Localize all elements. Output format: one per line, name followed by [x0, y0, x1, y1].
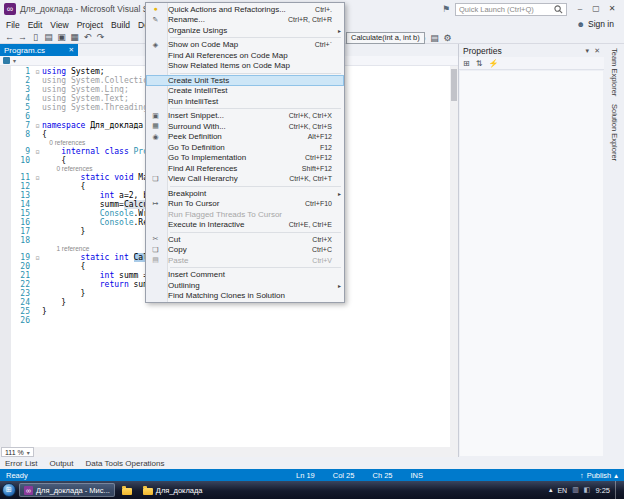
- show-desktop-button[interactable]: [615, 481, 619, 499]
- bottom-tab-data-tools-operations[interactable]: Data Tools Operations: [85, 459, 164, 468]
- menu-edit[interactable]: Edit: [24, 20, 47, 30]
- clock[interactable]: 9:25: [595, 486, 610, 495]
- context-menu-item-go-to-definition[interactable]: Go To DefinitionF12: [146, 142, 344, 153]
- line-number: 19: [11, 253, 33, 262]
- menu-item-label: Insert Snippet...: [165, 111, 224, 120]
- editor-vertical-scrollbar[interactable]: [450, 66, 458, 447]
- fold-column: [33, 218, 42, 227]
- bottom-tab-error-list[interactable]: Error List: [5, 459, 37, 468]
- forward-icon[interactable]: →: [16, 32, 29, 42]
- context-menu-item-find-matching-clones-in-solution[interactable]: Find Matching Clones in Solution: [146, 291, 344, 302]
- fold-toggle-icon[interactable]: ⊟: [33, 173, 42, 182]
- fold-column: [33, 209, 42, 218]
- chevron-down-icon[interactable]: ▾: [13, 57, 16, 64]
- taskbar-app-folder[interactable]: [118, 483, 136, 497]
- context-menu-item-run-to-cursor[interactable]: ↦Run To CursorCtrl+F10: [146, 199, 344, 210]
- context-menu-item-rename[interactable]: ✎Rename...Ctrl+R, Ctrl+R: [146, 15, 344, 26]
- context-menu-item-show-related-items-on-code-map[interactable]: Show Related Items on Code Map: [146, 61, 344, 72]
- fold-toggle-icon[interactable]: ⊟: [33, 253, 42, 262]
- menu-item-shortcut: Ctrl+F10: [305, 200, 335, 207]
- fold-toggle-icon[interactable]: ⊟: [33, 147, 42, 156]
- menu-file[interactable]: File: [2, 20, 24, 30]
- context-menu-item-go-to-implementation[interactable]: Go To ImplementationCtrl+F12: [146, 153, 344, 164]
- side-tab-solution-explorer[interactable]: Solution Explorer: [610, 104, 619, 161]
- maximize-button[interactable]: ▢: [588, 2, 604, 16]
- quick-launch-search[interactable]: Quick Launch (Ctrl+Q): [455, 3, 567, 16]
- project-icon: [3, 57, 10, 64]
- start-button[interactable]: ⊞: [2, 483, 16, 497]
- context-menu-item-execute-in-interactive[interactable]: Execute in InteractiveCtrl+E, Ctrl+E: [146, 220, 344, 231]
- context-menu-item-surround-with[interactable]: ▦Surround With...Ctrl+K, Ctrl+S: [146, 121, 344, 132]
- notifications-flag-icon[interactable]: ⚑: [442, 4, 450, 14]
- fold-toggle-icon[interactable]: ⊟: [33, 121, 42, 130]
- code-text: }: [42, 307, 47, 316]
- new-file-icon[interactable]: ▯: [29, 32, 42, 42]
- save-all-icon[interactable]: ▦: [68, 32, 81, 42]
- close-button[interactable]: ✕: [604, 2, 620, 16]
- back-icon[interactable]: ←: [3, 32, 16, 42]
- context-menu-item-cut[interactable]: ✂CutCtrl+X: [146, 234, 344, 245]
- chevron-up-icon[interactable]: ▴: [549, 486, 553, 494]
- volume-icon[interactable]: ◧: [584, 486, 591, 494]
- categorized-icon[interactable]: ⊞: [463, 59, 470, 68]
- redo-icon[interactable]: ↷: [94, 32, 107, 42]
- menu-build[interactable]: Build: [107, 20, 134, 30]
- gear-icon[interactable]: ⚙: [441, 33, 454, 43]
- sign-in-link[interactable]: Sign in: [588, 19, 614, 29]
- open-file-icon[interactable]: ▤: [42, 32, 55, 42]
- sign-in-area: ☻ Sign in: [577, 19, 624, 29]
- side-tab-team-explorer[interactable]: Team Explorer: [610, 48, 619, 96]
- context-menu-item-quick-actions-and-refactorings[interactable]: ●Quick Actions and Refactorings...Ctrl+.: [146, 4, 344, 15]
- menu-item-label: Paste: [165, 256, 188, 265]
- context-menu-item-insert-snippet[interactable]: ▣Insert Snippet...Ctrl+K, Ctrl+X: [146, 111, 344, 122]
- context-menu-item-copy[interactable]: ❏CopyCtrl+C: [146, 245, 344, 256]
- properties-header-icons: ▾ ✕: [586, 47, 600, 55]
- fold-column: [33, 280, 42, 289]
- context-menu-item-view-call-hierarchy[interactable]: ❏View Call HierarchyCtrl+K, Ctrl+T: [146, 174, 344, 185]
- context-menu-item-peek-definition[interactable]: ◉Peek DefinitionAlt+F12: [146, 132, 344, 143]
- signature-tooltip: Calculate(int a, int b): [346, 32, 425, 44]
- menu-item-shortcut: Ctrl+F12: [305, 154, 335, 161]
- fold-column: [33, 262, 42, 271]
- taskbar-app-для-доклада[interactable]: Для_доклада: [139, 483, 207, 497]
- code-text: {: [42, 130, 47, 139]
- list-icon[interactable]: ▤: [428, 33, 441, 43]
- context-menu-item-outlining[interactable]: Outlining▸: [146, 280, 344, 291]
- code-text: {: [42, 262, 85, 271]
- tab-close-icon[interactable]: ✕: [69, 46, 74, 54]
- publish-control[interactable]: ↑ Publish ▴: [580, 471, 618, 480]
- context-menu-item-find-all-references-on-code-map[interactable]: Find All References on Code Map: [146, 50, 344, 61]
- context-menu-item-breakpoint[interactable]: Breakpoint▸: [146, 188, 344, 199]
- menu-project[interactable]: Project: [73, 20, 107, 30]
- context-menu-item-show-on-code-map[interactable]: ◈Show on Code MapCtrl+`: [146, 40, 344, 51]
- scrollbar-thumb[interactable]: [451, 69, 457, 101]
- fold-column: [33, 307, 42, 316]
- context-menu-item-create-intellitest[interactable]: Create IntelliTest: [146, 86, 344, 97]
- undo-icon[interactable]: ↶: [81, 32, 94, 42]
- code-line: 26: [0, 316, 450, 325]
- taskbar-app-для-доклада-мис[interactable]: ∞Для_доклада - Мис...: [19, 483, 115, 497]
- fold-column: [33, 94, 42, 103]
- window-position-chevron-icon[interactable]: ▾: [586, 47, 590, 55]
- context-menu-item-find-all-references[interactable]: Find All ReferencesShift+F12: [146, 163, 344, 174]
- minimize-button[interactable]: –: [572, 2, 588, 16]
- context-menu-item-paste: ▤PasteCtrl+V: [146, 255, 344, 266]
- fold-toggle-icon[interactable]: ⊟: [33, 67, 42, 76]
- save-icon[interactable]: ▣: [55, 32, 68, 42]
- context-menu-item-organize-usings[interactable]: Organize Usings▸: [146, 25, 344, 36]
- menu-view[interactable]: View: [46, 20, 72, 30]
- line-number: 13: [11, 191, 33, 200]
- zoom-control[interactable]: 111 % ▾: [1, 447, 34, 457]
- alphabetical-icon[interactable]: ⇅: [476, 59, 483, 68]
- context-menu-item-run-intellitest[interactable]: Run IntelliTest: [146, 96, 344, 107]
- close-icon[interactable]: ✕: [594, 47, 600, 55]
- menu-item-label: Create Unit Tests: [165, 76, 229, 85]
- network-icon[interactable]: ▥: [572, 486, 579, 494]
- context-menu-item-insert-comment[interactable]: Insert Comment: [146, 270, 344, 281]
- bottom-tab-output[interactable]: Output: [49, 459, 73, 468]
- properties-header[interactable]: Properties ▾ ✕: [459, 44, 604, 57]
- context-menu-item-create-unit-tests[interactable]: Create Unit Tests: [146, 75, 344, 86]
- tab-program-cs[interactable]: Program.cs ✕: [0, 44, 78, 56]
- events-icon[interactable]: ⚡: [488, 59, 498, 68]
- language-indicator[interactable]: EN: [557, 487, 567, 494]
